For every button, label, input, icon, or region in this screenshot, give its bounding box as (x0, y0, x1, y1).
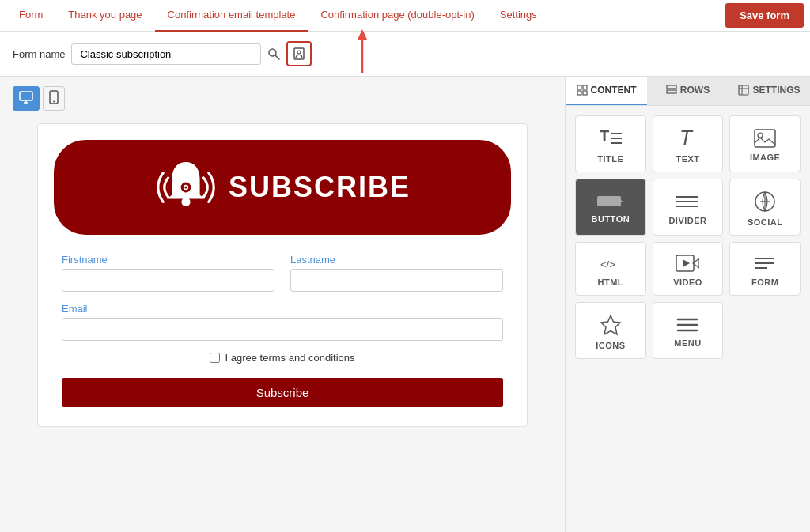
panel-tab-settings-label: SETTINGS (752, 85, 800, 96)
svg-text:T: T (679, 127, 694, 149)
form-name-label: Form name (13, 48, 65, 60)
email-input[interactable] (62, 318, 503, 341)
social-widget-icon (754, 191, 776, 213)
form-name-input[interactable] (71, 43, 261, 65)
panel-tab-rows[interactable]: ROWS (647, 77, 729, 105)
tab-form[interactable]: Form (6, 0, 55, 32)
svg-text:</>: </> (600, 258, 615, 270)
svg-marker-42 (683, 259, 690, 267)
save-form-button[interactable]: Save form (725, 3, 804, 28)
widget-divider[interactable]: DIVIDER (653, 179, 724, 236)
panel-tab-content-label: CONTENT (591, 85, 637, 96)
widget-menu-label: MENU (674, 338, 701, 348)
tab-confirmation-page[interactable]: Confirmation page (double-opt-in) (308, 0, 486, 32)
desktop-icon (19, 91, 33, 104)
widget-text[interactable]: T TEXT (653, 115, 724, 172)
widget-image-label: IMAGE (750, 153, 781, 162)
mobile-icon (49, 90, 59, 104)
widget-video[interactable]: VIDEO (653, 242, 724, 296)
divider-widget-icon (675, 192, 700, 211)
widget-title[interactable]: T TITLE (575, 115, 646, 172)
icons-widget-icon (600, 314, 622, 336)
svg-text:T: T (600, 127, 609, 145)
form-name-row: Form name (0, 32, 810, 77)
widget-icons-label: ICONS (596, 341, 625, 350)
image-widget-icon (754, 129, 776, 148)
panel-tabs: CONTENT ROWS SETTINGS (566, 77, 810, 106)
contact-icon (293, 47, 305, 60)
svg-rect-21 (739, 85, 748, 95)
settings-icon (738, 85, 749, 96)
svg-rect-15 (577, 85, 581, 89)
svg-rect-18 (583, 91, 587, 95)
terms-checkbox[interactable] (210, 353, 220, 363)
widget-html[interactable]: </> HTML (575, 242, 646, 296)
form-widget-icon (753, 254, 777, 273)
tab-bar: Form Thank you page Confirmation email t… (0, 0, 810, 32)
video-widget-icon (676, 254, 699, 273)
subscribe-banner: SUBSCRIBE (54, 140, 511, 235)
name-fields-row: Firstname Lastname (62, 254, 503, 292)
svg-rect-6 (20, 92, 32, 100)
widget-button[interactable]: BUTTON (575, 179, 646, 236)
lastname-input[interactable] (290, 269, 503, 292)
arrow-annotation (346, 25, 378, 84)
firstname-group: Firstname (62, 254, 274, 292)
tab-settings[interactable]: Settings (487, 0, 550, 32)
search-icon (267, 47, 280, 60)
search-icon-button[interactable] (267, 47, 280, 60)
panel-tab-content[interactable]: CONTENT (566, 77, 647, 105)
form-fields: Firstname Lastname Email (38, 254, 527, 407)
right-panel: CONTENT ROWS SETTINGS (565, 77, 810, 532)
main-layout: SUBSCRIBE Firstname Lastname Emai (0, 77, 810, 532)
widget-image[interactable]: IMAGE (729, 115, 801, 172)
svg-rect-29 (755, 130, 775, 147)
panel-tab-rows-label: ROWS (680, 85, 710, 96)
widget-social-label: SOCIAL (748, 217, 783, 227)
contact-icon-button[interactable] (286, 41, 312, 66)
rows-icon (666, 85, 677, 96)
mobile-view-button[interactable] (43, 86, 65, 111)
tab-thank-you[interactable]: Thank you page (55, 0, 154, 32)
html-widget-icon: </> (599, 254, 623, 273)
email-row: Email (62, 303, 503, 341)
terms-label: I agree terms and conditions (225, 352, 354, 364)
widget-html-label: HTML (598, 277, 624, 287)
desktop-view-button[interactable] (13, 86, 40, 111)
text-widget-icon: T (676, 127, 698, 149)
title-widget-icon: T (598, 127, 623, 149)
bell-icon (154, 156, 218, 219)
checkbox-row: I agree terms and conditions (62, 352, 503, 364)
subscribe-submit-button[interactable]: Subscribe (62, 378, 503, 407)
widget-text-label: TEXT (676, 154, 699, 164)
device-toggle (13, 86, 552, 111)
svg-marker-46 (601, 315, 620, 334)
widget-social[interactable]: SOCIAL (729, 179, 801, 236)
widget-grid: T TITLE T TEXT (566, 106, 810, 368)
panel-tab-settings[interactable]: SETTINGS (729, 77, 810, 105)
svg-point-10 (53, 101, 55, 103)
widget-title-label: TITLE (597, 154, 623, 164)
lastname-label: Lastname (290, 254, 503, 266)
button-widget-icon (596, 194, 625, 209)
svg-point-11 (181, 198, 190, 206)
widget-menu[interactable]: MENU (653, 302, 724, 359)
widget-video-label: VIDEO (673, 277, 702, 287)
svg-rect-19 (667, 85, 676, 89)
subscribe-text: SUBSCRIBE (229, 171, 411, 204)
grid-icon (577, 85, 588, 96)
firstname-input[interactable] (62, 269, 274, 292)
menu-widget-icon (676, 316, 698, 334)
widget-icons[interactable]: ICONS (575, 302, 646, 359)
svg-point-3 (297, 51, 301, 54)
widget-button-label: BUTTON (592, 214, 630, 224)
form-canvas: SUBSCRIBE Firstname Lastname Emai (37, 123, 528, 427)
widget-form[interactable]: FORM (729, 242, 801, 296)
tab-confirmation-email[interactable]: Confirmation email template (155, 0, 308, 32)
widget-form-label: FORM (751, 277, 778, 287)
lastname-group: Lastname (290, 254, 503, 292)
firstname-label: Firstname (62, 254, 274, 266)
svg-point-30 (758, 133, 763, 138)
svg-rect-16 (583, 85, 587, 89)
svg-rect-20 (667, 90, 676, 93)
